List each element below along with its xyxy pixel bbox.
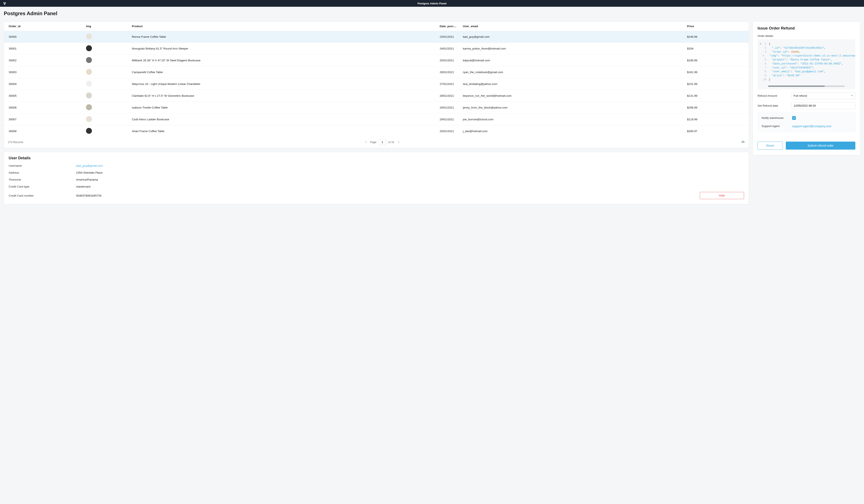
table-row[interactable]: 30005Clarklake 62.6" H x 27.5" W Geometr… [4, 90, 749, 102]
orders-table: Order_id Img Product Date_purc… User_ema… [4, 22, 749, 137]
user-details-card: User Details Usernamebad_guy@gmail.com A… [4, 152, 749, 205]
cell-email: beyonce_run_the_world@hotmail.com [460, 90, 684, 102]
cell-date: 25/01/2021 [437, 54, 460, 66]
prev-page-button[interactable] [364, 140, 368, 144]
refund-date-input[interactable] [791, 102, 855, 109]
code-scrollbar[interactable] [768, 86, 845, 87]
cell-order-id: 30008 [4, 125, 84, 137]
cell-order-id: 30003 [4, 66, 84, 78]
orders-table-card: Order_id Img Product Date_purc… User_ema… [4, 22, 749, 148]
order-details-label: Order details [757, 34, 855, 37]
svg-point-1 [5, 2, 6, 3]
cell-product: Waycross 10 - Light Unique Modern Linear… [129, 78, 437, 90]
cell-price: $181.99 [685, 66, 749, 78]
cell-product: Ahart Frame Coffee Table [129, 125, 437, 137]
cell-email: joe_burrow@icloud.com [460, 113, 684, 125]
cell-product: Millbank 26.38" H X 47.25" W Steel Etage… [129, 54, 437, 66]
col-product[interactable]: Product [129, 22, 437, 31]
refund-title: Issue Order Refund [757, 26, 855, 30]
cell-product: Campanelli Coffee Table [129, 66, 437, 78]
product-thumb-icon [86, 45, 92, 51]
cell-price: $119.99 [685, 113, 749, 125]
cell-date: 29/01/2021 [437, 113, 460, 125]
table-row[interactable]: 30000Renna Frame Coffee Table23/01/2021b… [4, 31, 749, 43]
col-img[interactable]: Img [84, 22, 129, 31]
table-row[interactable]: 30004Waycross 10 - Light Unique Modern L… [4, 78, 749, 90]
table-row[interactable]: 30007Ciotti Alinru Ladder Bookcase29/01/… [4, 113, 749, 125]
col-user-email[interactable]: User_email [460, 22, 684, 31]
col-date-purchased[interactable]: Date_purc… [437, 22, 460, 31]
cc-num-label: Credit Card number [9, 194, 76, 197]
table-row[interactable]: 30002Millbank 26.38" H X 47.25" W Steel … [4, 54, 749, 66]
product-thumb-icon [86, 128, 92, 134]
username-value[interactable]: bad_guy@gmail.com [76, 164, 103, 167]
cell-order-id: 30005 [4, 90, 84, 102]
cell-price: $249.99 [685, 31, 749, 43]
reset-button[interactable]: Reset [757, 142, 783, 150]
cell-order-id: 30006 [4, 102, 84, 113]
product-thumb-icon [86, 104, 92, 110]
refund-subpanel: Notify warehouse Support Agent support-a… [757, 112, 855, 132]
cell-price: $131.99 [685, 90, 749, 102]
cell-product: Clarklake 62.6" H x 27.5" W Geometric Bo… [129, 90, 437, 102]
agent-value[interactable]: support-agent@company.com [792, 124, 831, 128]
download-icon[interactable] [741, 140, 745, 144]
cell-img [84, 66, 129, 78]
cell-price: $299.99 [685, 102, 749, 113]
cell-date: 27/01/2021 [437, 78, 460, 90]
svg-point-0 [3, 2, 4, 3]
cell-price: $199.99 [685, 54, 749, 66]
cell-product: Renna Frame Coffee Table [129, 31, 437, 43]
cell-email: j_law@hotmail.com [460, 125, 684, 137]
product-thumb-icon [86, 57, 92, 63]
cell-email: bad_guy@gmail.com [460, 31, 684, 43]
refund-date-label: Set Refund date [757, 104, 791, 107]
submit-button[interactable]: Submit refund order [786, 142, 855, 150]
cell-img [84, 78, 129, 90]
page-input[interactable] [379, 139, 386, 145]
table-row[interactable]: 30008Ahart Frame Coffee Table20/01/2021j… [4, 125, 749, 137]
cell-email: karma_police_thom@hotmail.com [460, 43, 684, 54]
cell-email: ryan_the_notebook@gmail.com [460, 66, 684, 78]
table-row[interactable]: 30001Novogratz Brittany 81.5" Round Arm … [4, 43, 749, 54]
cell-price: $280.97 [685, 125, 749, 137]
address-label: Address [9, 171, 76, 174]
table-row[interactable]: 30003Campanelli Coffee Table26/01/2021ry… [4, 66, 749, 78]
cell-img [84, 102, 129, 113]
cc-type-label: Credit Card type [9, 185, 76, 188]
cell-date: 20/01/2021 [437, 125, 460, 137]
cell-product: Ciotti Alinru Ladder Bookcase [129, 113, 437, 125]
order-json-viewer[interactable]: ▼1{ 2 "_id": "627d0e48d108fc9a389c08e1",… [757, 39, 855, 89]
product-thumb-icon [86, 81, 92, 87]
cell-date: 28/01/2021 [437, 90, 460, 102]
col-price[interactable]: Price [685, 22, 749, 31]
notify-checkbox[interactable] [792, 116, 796, 120]
agent-label: Support Agent [761, 124, 792, 128]
address-value: 2354 Sheridan Place [76, 171, 103, 174]
product-thumb-icon [86, 93, 92, 98]
username-label: Username [9, 164, 76, 167]
table-row[interactable]: 30006Isakson Trestle Coffee Table29/01/2… [4, 102, 749, 113]
cell-date: 26/01/2021 [437, 66, 460, 78]
page-of-label: of 31 [388, 140, 395, 144]
svg-point-2 [4, 3, 5, 5]
cc-num-value: 5048378061845734 [76, 194, 101, 197]
product-thumb-icon [86, 34, 92, 39]
hide-button[interactable]: Hide [700, 192, 744, 199]
cell-date: 24/01/2021 [437, 43, 460, 54]
cell-product: Novogratz Brittany 81.5" Round Arm Sleep… [129, 43, 437, 54]
col-order-id[interactable]: Order_id [4, 22, 84, 31]
refund-amount-select[interactable]: Full refund [791, 92, 855, 99]
cell-img [84, 113, 129, 125]
cell-img [84, 125, 129, 137]
next-page-button[interactable] [397, 140, 400, 144]
topbar: Postgres Admin Panel [0, 0, 864, 7]
cell-email: dua_levitating@yahoo.com [460, 78, 684, 90]
cell-date: 29/01/2021 [437, 102, 460, 113]
cell-email: jenny_from_the_block@yahoo.com [460, 102, 684, 113]
cell-price: $231.99 [685, 78, 749, 90]
topbar-title: Postgres Admin Panel [418, 2, 446, 5]
timezone-label: Timezone [9, 178, 76, 181]
timezone-value: America/Panama [76, 178, 98, 181]
pager: Page of 31 [364, 139, 400, 145]
